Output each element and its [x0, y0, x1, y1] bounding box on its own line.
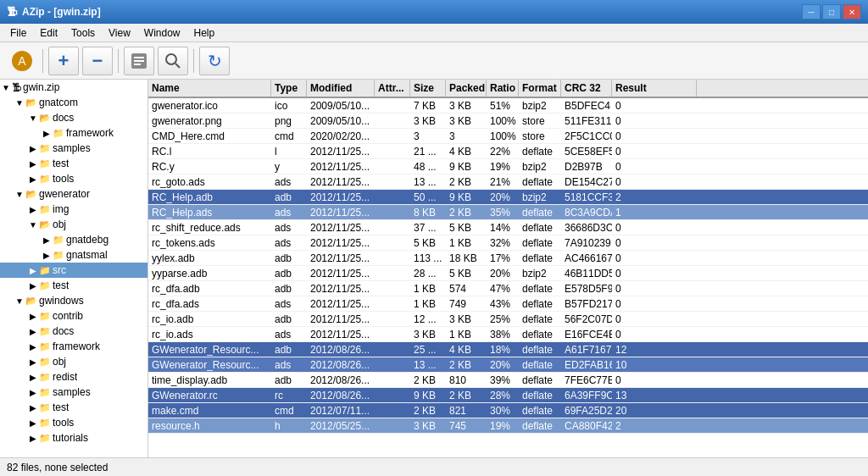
table-row[interactable]: rc_dfa.adsads2012/11/25...1 KB74943%defl…: [148, 296, 868, 312]
tree-toggle[interactable]: ▼: [14, 188, 25, 200]
table-row[interactable]: RC_Help.adbadb2012/11/25...50 ...9 KB20%…: [148, 190, 868, 205]
table-row[interactable]: RC.ll2012/11/25...21 ...4 KB22%deflate5C…: [148, 144, 868, 159]
tree-item-tools2[interactable]: ▶📁tools: [0, 415, 147, 430]
tree-item-test1[interactable]: ▶📁test: [0, 156, 147, 171]
tree-item-samples2[interactable]: ▶📁samples: [0, 385, 147, 400]
menu-item-edit[interactable]: Edit: [33, 25, 64, 41]
tree-toggle[interactable]: ▼: [14, 295, 25, 307]
tree-item-obj[interactable]: ▼📂obj: [0, 217, 147, 232]
table-row[interactable]: CMD_Here.cmdcmd2020/02/20...33100%store2…: [148, 129, 868, 144]
column-header-format[interactable]: Format: [519, 80, 561, 97]
tree-toggle[interactable]: ▶: [27, 371, 39, 383]
minimize-button[interactable]: ─: [802, 4, 821, 19]
properties-button[interactable]: [124, 47, 154, 75]
column-header-result[interactable]: Result: [612, 80, 697, 97]
find-button[interactable]: [158, 47, 188, 75]
menu-item-view[interactable]: View: [102, 25, 137, 41]
column-header-crc32[interactable]: CRC 32: [561, 80, 612, 97]
table-row[interactable]: make.cmdcmd2012/07/11...2 KB82130%deflat…: [148, 403, 868, 418]
table-row[interactable]: rc_tokens.adsads2012/11/25...5 KB1 KB32%…: [148, 235, 868, 251]
tree-toggle[interactable]: ▼: [27, 112, 39, 124]
file-cell: ads: [271, 327, 307, 341]
tree-item-redist[interactable]: ▶📁redist: [0, 369, 147, 385]
tree-item-gwindows[interactable]: ▼📂gwindows: [0, 293, 147, 308]
menu-item-file[interactable]: File: [3, 25, 33, 41]
column-header-size[interactable]: Size: [410, 80, 446, 97]
tree-toggle[interactable]: ▼: [0, 81, 12, 93]
column-header-ratio[interactable]: Ratio: [487, 80, 519, 97]
tree-toggle[interactable]: ▶: [27, 325, 39, 337]
tree-item-img[interactable]: ▶📁img: [0, 202, 147, 217]
table-row[interactable]: GWenerator_Resourc...ads2012/08/26...13 …: [148, 357, 868, 373]
menu-item-tools[interactable]: Tools: [64, 25, 102, 41]
column-header-name[interactable]: Name: [148, 80, 271, 97]
tree-toggle[interactable]: ▶: [27, 432, 39, 444]
tree-toggle[interactable]: ▶: [27, 280, 39, 291]
tree-item-src[interactable]: ▶📁src: [0, 263, 147, 278]
file-cell: 18 KB: [446, 251, 487, 265]
menu-item-help[interactable]: Help: [187, 25, 222, 41]
tree-item-tools1[interactable]: ▶📁tools: [0, 171, 147, 186]
tree-item-gwenerator[interactable]: ▼📂gwenerator: [0, 186, 147, 202]
tree-item-test2[interactable]: ▶📁test: [0, 278, 147, 293]
table-row[interactable]: rc_dfa.adbadb2012/11/25...1 KB57447%defl…: [148, 281, 868, 296]
tree-toggle[interactable]: ▶: [27, 173, 39, 185]
tree-toggle[interactable]: ▶: [27, 340, 39, 352]
tree-toggle[interactable]: ▶: [27, 203, 39, 215]
tree-toggle[interactable]: ▶: [27, 158, 39, 169]
table-row[interactable]: RC.yy2012/11/25...48 ...9 KB19%bzip2D2B9…: [148, 159, 868, 174]
menu-item-window[interactable]: Window: [137, 25, 187, 41]
tree-toggle[interactable]: ▶: [27, 401, 39, 413]
table-row[interactable]: yyparse.adbadb2012/11/25...28 ...5 KB20%…: [148, 266, 868, 281]
tree-toggle[interactable]: ▶: [27, 417, 39, 429]
table-row[interactable]: GWenerator.rcrc2012/08/26...9 KB2 KB28%d…: [148, 388, 868, 403]
column-header-modified[interactable]: Modified: [307, 80, 375, 97]
tree-toggle[interactable]: ▶: [41, 249, 53, 261]
tree-item-samples[interactable]: ▶📁samples: [0, 141, 147, 156]
refresh-button[interactable]: ↻: [199, 47, 230, 75]
table-row[interactable]: rc_io.adbadb2012/11/25...12 ...3 KB25%de…: [148, 312, 868, 327]
tree-item-test3[interactable]: ▶📁test: [0, 400, 147, 415]
tree-toggle[interactable]: ▶: [27, 310, 39, 322]
tree-item-framework1[interactable]: ▶📁framework: [0, 125, 147, 141]
file-cell: 0: [612, 266, 697, 280]
tree-item-docs[interactable]: ▼📂docs: [0, 110, 147, 125]
tree-item-contrib[interactable]: ▶📁contrib: [0, 308, 147, 324]
tree-toggle[interactable]: ▶: [41, 234, 53, 246]
tree-item-gwin-zip[interactable]: ▼🗜gwin.zip: [0, 80, 147, 95]
tree-toggle[interactable]: ▶: [27, 264, 39, 276]
tree-item-framework2[interactable]: ▶📁framework: [0, 339, 147, 354]
tree-item-gnatsmal[interactable]: ▶📁gnatsmal: [0, 247, 147, 263]
column-header-attr[interactable]: Attr...: [375, 80, 410, 97]
tree-toggle[interactable]: ▶: [27, 386, 39, 398]
tree-toggle[interactable]: ▶: [27, 142, 39, 154]
table-row[interactable]: gwenerator.pngpng2009/05/10...3 KB3 KB10…: [148, 113, 868, 129]
remove-button[interactable]: −: [82, 47, 113, 75]
tree-toggle[interactable]: ▼: [27, 219, 39, 230]
table-row[interactable]: gwenerator.icoico2009/05/10...7 KB3 KB51…: [148, 98, 868, 113]
tree-toggle[interactable]: ▼: [14, 97, 25, 108]
add-button[interactable]: +: [48, 47, 79, 75]
maximize-button[interactable]: □: [822, 4, 841, 19]
tree-item-gnatcom[interactable]: ▼📂gnatcom: [0, 95, 147, 110]
tree-item-gnatdebg[interactable]: ▶📁gnatdebg: [0, 232, 147, 247]
file-cell: 37 ...: [410, 220, 446, 235]
table-row[interactable]: rc_shift_reduce.adsads2012/11/25...37 ..…: [148, 220, 868, 235]
table-row[interactable]: rc_io.adsads2012/11/25...3 KB1 KB38%defl…: [148, 327, 868, 342]
table-row[interactable]: rc_goto.adsads2012/11/25...13 ...2 KB21%…: [148, 174, 868, 190]
table-row[interactable]: GWenerator_Resourc...adb2012/08/26...25 …: [148, 342, 868, 357]
column-header-type[interactable]: Type: [271, 80, 307, 97]
tree-item-docs2[interactable]: ▶📁docs: [0, 324, 147, 339]
file-cell: adb: [271, 373, 307, 387]
column-header-packed[interactable]: Packed: [446, 80, 487, 97]
table-row[interactable]: time_display.adbadb2012/08/26...2 KB8103…: [148, 373, 868, 388]
table-row[interactable]: RC_Help.adsads2012/11/25...8 KB2 KB35%de…: [148, 205, 868, 220]
file-cell: bzip2: [519, 98, 561, 113]
tree-item-tutorials[interactable]: ▶📁tutorials: [0, 430, 147, 446]
tree-toggle[interactable]: ▶: [41, 127, 53, 139]
table-row[interactable]: yylex.adbadb2012/11/25...113 ...18 KB17%…: [148, 251, 868, 266]
table-row[interactable]: resource.hh2012/05/25...3 KB74519%deflat…: [148, 418, 868, 434]
close-button[interactable]: ✕: [843, 4, 861, 19]
tree-item-obj2[interactable]: ▶📁obj: [0, 354, 147, 369]
tree-toggle[interactable]: ▶: [27, 356, 39, 368]
